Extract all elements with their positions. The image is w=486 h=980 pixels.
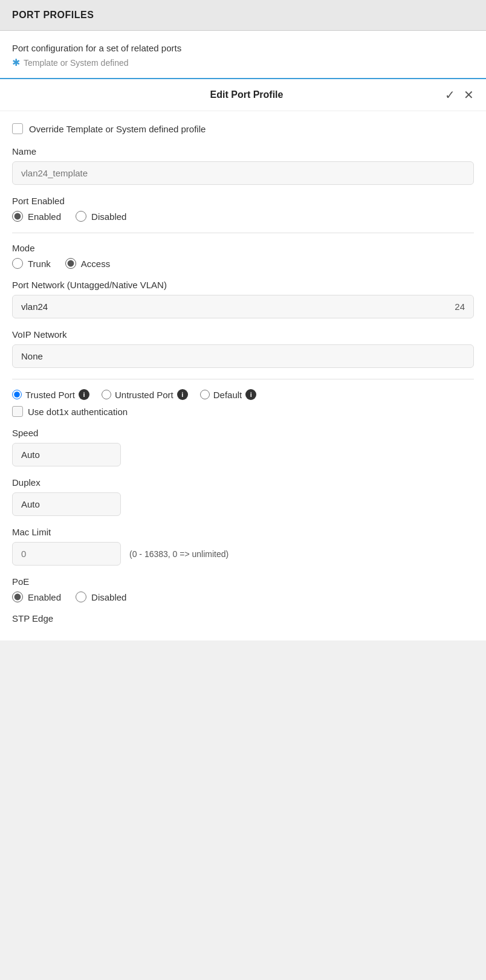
close-button[interactable]: ✕ [464, 88, 474, 102]
port-enabled-radio-enabled[interactable] [12, 211, 23, 222]
speed-select[interactable]: Auto [12, 443, 121, 466]
divider-1 [12, 233, 474, 233]
mac-limit-input[interactable] [12, 542, 121, 566]
trust-option-trusted: Trusted Port i [12, 389, 89, 400]
confirm-button[interactable]: ✓ [445, 88, 455, 102]
mac-limit-row: Mac Limit (0 - 16383, 0 => unlimited) [12, 527, 474, 566]
poe-radio-enabled[interactable] [12, 592, 23, 602]
edit-panel: Edit Port Profile ✓ ✕ Override Template … [0, 78, 486, 640]
name-input[interactable] [12, 161, 474, 185]
trust-option-untrusted: Untrusted Port i [102, 389, 188, 400]
poe-label-disabled: Disabled [91, 592, 126, 602]
dot1x-label: Use dot1x authentication [28, 407, 128, 417]
port-network-number: 24 [455, 301, 465, 312]
port-enabled-option-disabled: Disabled [76, 211, 126, 222]
trust-label-trusted: Trusted Port [25, 390, 75, 400]
untrusted-info-icon[interactable]: i [177, 389, 188, 400]
trust-radio-trusted[interactable] [12, 390, 22, 399]
port-enabled-row: Port Enabled Enabled Disabled [12, 196, 474, 222]
form-body: Override Template or System defined prof… [0, 111, 486, 640]
override-checkbox[interactable] [12, 123, 23, 134]
mac-limit-input-row: (0 - 16383, 0 => unlimited) [12, 542, 474, 566]
dot1x-checkbox[interactable] [12, 406, 23, 417]
port-enabled-option-enabled: Enabled [12, 211, 61, 222]
poe-label: PoE [12, 576, 474, 587]
override-checkbox-label: Override Template or System defined prof… [29, 124, 206, 134]
trust-row: Trusted Port i Untrusted Port i Default … [12, 389, 474, 400]
duplex-select[interactable]: Auto [12, 492, 121, 516]
port-enabled-radio-group: Enabled Disabled [12, 211, 474, 222]
trust-label-default: Default [213, 390, 242, 400]
port-enabled-label-enabled: Enabled [28, 211, 61, 222]
template-note: ✱ Template or System defined [12, 57, 474, 78]
voip-network-row: VoIP Network None [12, 329, 474, 368]
duplex-label: Duplex [12, 477, 474, 488]
mode-radio-access[interactable] [65, 258, 76, 269]
edit-panel-header: Edit Port Profile ✓ ✕ [0, 79, 486, 111]
voip-network-select[interactable]: None [12, 344, 474, 368]
poe-section: PoE Enabled Disabled [12, 576, 474, 602]
trust-label-untrusted: Untrusted Port [115, 390, 173, 400]
trust-option-default: Default i [200, 389, 257, 400]
template-note-text: Template or System defined [24, 58, 129, 68]
mac-limit-label: Mac Limit [12, 527, 474, 537]
speed-value: Auto [21, 450, 40, 460]
port-enabled-label-disabled: Disabled [91, 211, 126, 222]
duplex-value: Auto [21, 499, 40, 509]
stp-edge-label: STP Edge [12, 613, 474, 624]
page-header: PORT PROFILES [0, 0, 486, 31]
star-icon: ✱ [12, 57, 20, 68]
port-network-row: Port Network (Untagged/Native VLAN) vlan… [12, 280, 474, 318]
dot1x-row: Use dot1x authentication [12, 406, 474, 417]
poe-option-enabled: Enabled [12, 592, 61, 602]
trust-radio-untrusted[interactable] [102, 390, 111, 399]
mode-label: Mode [12, 243, 474, 253]
port-network-label: Port Network (Untagged/Native VLAN) [12, 280, 474, 290]
voip-network-label: VoIP Network [12, 329, 474, 340]
mac-limit-hint: (0 - 16383, 0 => unlimited) [129, 549, 228, 559]
mode-label-access: Access [81, 259, 110, 269]
subtitle-description: Port configuration for a set of related … [12, 43, 474, 53]
voip-network-value: None [21, 351, 465, 361]
speed-label: Speed [12, 428, 474, 438]
port-enabled-label: Port Enabled [12, 196, 474, 206]
mode-radio-group: Trunk Access [12, 258, 474, 269]
stp-edge-section: STP Edge [12, 613, 474, 624]
page-title: PORT PROFILES [12, 10, 94, 20]
page-subtitle-section: Port configuration for a set of related … [0, 31, 486, 78]
mode-radio-trunk[interactable] [12, 258, 23, 269]
mode-option-access: Access [65, 258, 110, 269]
poe-option-disabled: Disabled [76, 592, 126, 602]
trust-radio-default[interactable] [200, 390, 210, 399]
divider-2 [12, 379, 474, 379]
mode-option-trunk: Trunk [12, 258, 51, 269]
name-label: Name [12, 146, 474, 156]
poe-label-enabled: Enabled [28, 592, 61, 602]
poe-radio-group: Enabled Disabled [12, 592, 474, 602]
port-enabled-radio-disabled[interactable] [76, 211, 86, 222]
override-checkbox-row: Override Template or System defined prof… [12, 123, 474, 134]
port-network-value: vlan24 [21, 301, 455, 312]
mode-label-trunk: Trunk [28, 259, 51, 269]
edit-panel-title: Edit Port Profile [48, 89, 445, 100]
duplex-row: Duplex Auto [12, 477, 474, 516]
trusted-info-icon[interactable]: i [79, 389, 89, 400]
mode-row: Mode Trunk Access [12, 243, 474, 269]
port-network-select[interactable]: vlan24 24 [12, 295, 474, 318]
speed-row: Speed Auto [12, 428, 474, 466]
default-info-icon[interactable]: i [245, 389, 256, 400]
poe-radio-disabled[interactable] [76, 592, 86, 602]
header-actions: ✓ ✕ [445, 88, 474, 102]
name-field-row: Name [12, 146, 474, 185]
